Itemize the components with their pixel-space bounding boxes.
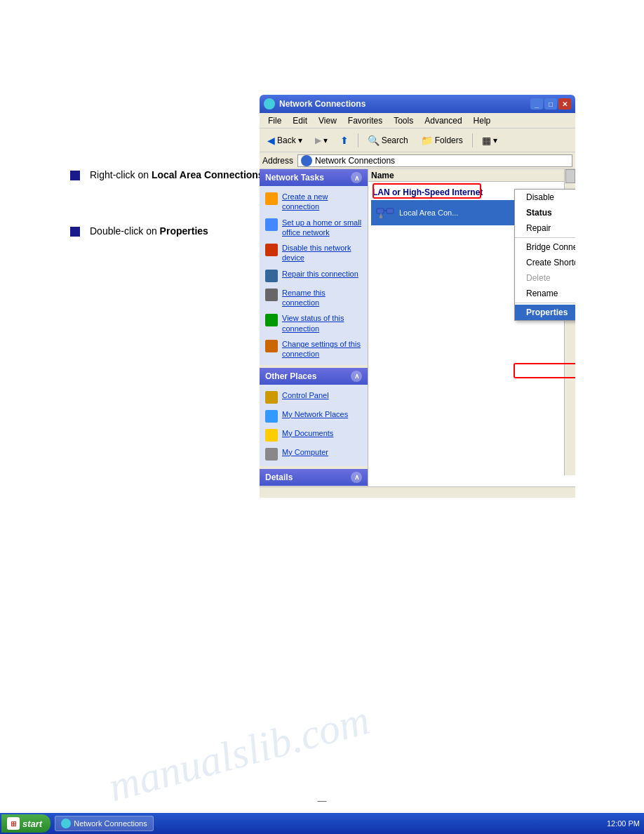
details-section: Details ∧ <box>260 469 368 486</box>
my-network-icon <box>265 410 278 423</box>
address-value: Network Connections <box>315 156 395 166</box>
back-label: Back <box>277 135 296 145</box>
setup-network-text: Set up a home or small office network <box>282 218 362 238</box>
search-label: Search <box>382 135 408 145</box>
toolbar-separator-1 <box>358 133 358 147</box>
ctx-create-shortcut[interactable]: Create Shortcut <box>515 255 575 270</box>
taskbar-network-connections[interactable]: Network Connections <box>55 816 154 831</box>
setup-network-link[interactable]: Set up a home or small office network <box>260 215 368 241</box>
close-button[interactable]: ✕ <box>558 98 571 110</box>
back-button[interactable]: ◀ Back ▾ <box>262 131 307 150</box>
my-documents-text: My Documents <box>282 428 333 438</box>
my-computer-link[interactable]: My Computer <box>260 444 368 463</box>
bullet-2 <box>70 227 80 237</box>
change-settings-text: Change settings of this connection <box>282 339 362 359</box>
disable-network-text: Disable this network device <box>282 243 362 263</box>
taskbar-nc-text: Network Connections <box>74 819 147 828</box>
address-globe-icon <box>301 155 312 166</box>
scroll-thumb[interactable] <box>565 169 575 183</box>
back-dropdown-icon[interactable]: ▾ <box>298 135 302 145</box>
forward-dropdown-icon[interactable]: ▾ <box>323 135 328 145</box>
network-tasks-header[interactable]: Network Tasks ∧ <box>260 169 368 186</box>
instructions-panel: Right-click on Local Area Connections Do… <box>70 168 264 280</box>
folders-button[interactable]: 📁 Folders <box>416 131 468 150</box>
context-menu: Disable Status Repair Bridge Connections… <box>514 189 575 321</box>
views-button[interactable]: ▦ ▾ <box>477 131 502 150</box>
other-places-label: Other Places <box>265 371 316 381</box>
column-header: Name <box>368 169 575 182</box>
menu-view[interactable]: View <box>313 114 342 127</box>
ctx-separator-1 <box>515 237 575 238</box>
instruction-bold-2: Properties <box>160 225 208 237</box>
other-places-header[interactable]: Other Places ∧ <box>260 368 368 385</box>
other-places-collapse-icon[interactable]: ∧ <box>351 371 362 382</box>
views-dropdown-icon[interactable]: ▾ <box>493 135 497 145</box>
details-label: Details <box>265 472 293 482</box>
ctx-separator-2 <box>515 303 575 303</box>
control-panel-text: Control Panel <box>282 390 329 400</box>
control-panel-link[interactable]: Control Panel <box>260 388 368 406</box>
view-status-link[interactable]: View status of this connection <box>260 310 368 336</box>
create-connection-text: Create a new connection <box>282 192 362 212</box>
start-button[interactable]: ⊞ start <box>1 814 51 833</box>
maximize-button[interactable]: □ <box>544 98 557 110</box>
details-header[interactable]: Details ∧ <box>260 469 368 486</box>
win-screenshot: Network Connections _ □ ✕ File Edit View… <box>260 95 575 488</box>
network-tasks-collapse-icon[interactable]: ∧ <box>351 172 362 183</box>
create-connection-link[interactable]: Create a new connection <box>260 189 368 215</box>
network-tasks-content: Create a new connection Set up a home or… <box>260 186 368 365</box>
address-field[interactable]: Network Connections <box>297 154 572 167</box>
setup-network-icon <box>265 218 278 231</box>
menu-favorites[interactable]: Favorites <box>342 114 388 127</box>
details-collapse-icon[interactable]: ∧ <box>351 472 362 483</box>
menu-edit[interactable]: Edit <box>287 114 313 127</box>
clock: 12:00 PM <box>607 819 640 828</box>
window-title: Network Connections <box>279 99 530 109</box>
address-bar: Address Network Connections <box>260 152 575 169</box>
change-settings-link[interactable]: Change settings of this connection <box>260 336 368 362</box>
network-tasks-section: Network Tasks ∧ Create a new connection … <box>260 169 368 365</box>
ctx-properties[interactable]: Properties <box>515 305 575 320</box>
menu-advanced[interactable]: Advanced <box>419 114 467 127</box>
forward-button[interactable]: ▶ ▾ <box>310 131 333 150</box>
my-documents-link[interactable]: My Documents <box>260 425 368 444</box>
my-documents-icon <box>265 429 278 442</box>
minimize-button[interactable]: _ <box>530 98 543 110</box>
svg-rect-3 <box>380 216 382 218</box>
search-button[interactable]: 🔍 Search <box>363 131 413 150</box>
title-bar-buttons: _ □ ✕ <box>530 98 571 110</box>
change-settings-icon <box>265 340 278 352</box>
disable-network-link[interactable]: Disable this network device <box>260 240 368 266</box>
ctx-delete: Delete <box>515 270 575 286</box>
folders-icon: 📁 <box>421 135 433 146</box>
instruction-item-1: Right-click on Local Area Connections <box>70 168 264 183</box>
up-arrow-icon: ⬆ <box>340 135 349 146</box>
menu-help[interactable]: Help <box>468 114 497 127</box>
my-network-link[interactable]: My Network Places <box>260 406 368 425</box>
local-area-connection-name: Local Area Con... <box>399 208 458 217</box>
toolbar: ◀ Back ▾ ▶ ▾ ⬆ 🔍 Search 📁 Folders ▦ ▾ <box>260 128 575 152</box>
left-panel: Network Tasks ∧ Create a new connection … <box>260 169 368 486</box>
menu-file[interactable]: File <box>262 114 287 127</box>
page-number: — <box>318 795 327 806</box>
ctx-repair[interactable]: Repair <box>515 220 575 236</box>
up-button[interactable]: ⬆ <box>335 131 354 150</box>
menu-tools[interactable]: Tools <box>388 114 419 127</box>
ctx-status[interactable]: Status <box>515 205 575 220</box>
instruction-text-1: Right-click on Local Area Connections <box>90 168 264 183</box>
ctx-rename[interactable]: Rename <box>515 286 575 301</box>
right-panel: Name LAN or High-Speed Internet <box>368 169 575 486</box>
local-area-connection-icon <box>375 203 395 223</box>
taskbar: ⊞ start Network Connections 12:00 PM <box>0 813 644 834</box>
rename-connection-text: Rename this connection <box>282 288 362 308</box>
ctx-disable[interactable]: Disable <box>515 190 575 205</box>
taskbar-tray: 12:00 PM <box>607 819 640 828</box>
repair-connection-link[interactable]: Repair this connection <box>260 266 368 285</box>
create-connection-icon <box>265 192 278 205</box>
rename-connection-link[interactable]: Rename this connection <box>260 285 368 311</box>
my-computer-icon <box>265 448 278 461</box>
title-bar: Network Connections _ □ ✕ <box>260 95 575 113</box>
ctx-bridge[interactable]: Bridge Connections <box>515 239 575 255</box>
svg-rect-1 <box>387 208 394 213</box>
instruction-text-2: Double-click on Properties <box>90 225 208 239</box>
